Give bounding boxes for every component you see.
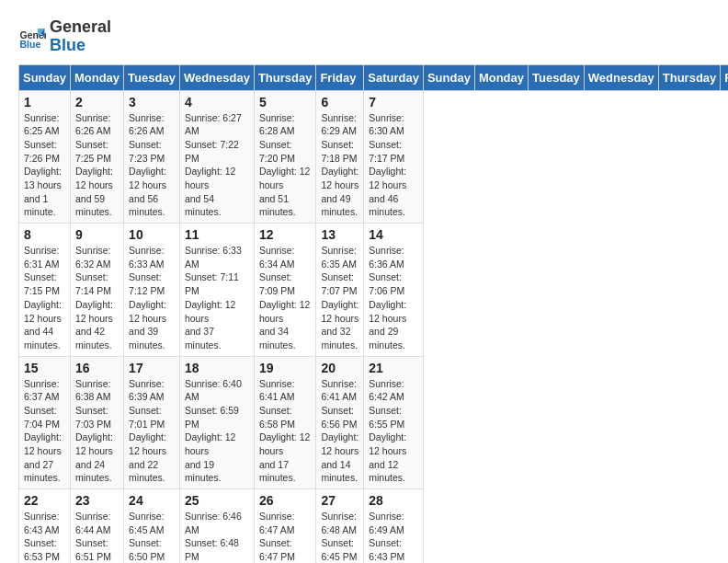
calendar-cell: 8Sunrise: 6:31 AM Sunset: 7:15 PM Daylig… <box>19 224 71 357</box>
col-header-thursday: Thursday <box>254 64 316 90</box>
calendar-week-1: 1Sunrise: 6:25 AM Sunset: 7:26 PM Daylig… <box>19 90 729 224</box>
col-header-monday: Monday <box>70 64 123 90</box>
calendar-cell: 21Sunrise: 6:42 AM Sunset: 6:55 PM Dayli… <box>364 356 424 489</box>
col-header-saturday: Saturday <box>364 64 424 90</box>
calendar-cell: 2Sunrise: 6:26 AM Sunset: 7:25 PM Daylig… <box>70 90 123 224</box>
day-info: Sunrise: 6:48 AM Sunset: 6:45 PM Dayligh… <box>321 510 358 563</box>
calendar-cell: 27Sunrise: 6:48 AM Sunset: 6:45 PM Dayli… <box>316 489 364 563</box>
day-number: 8 <box>24 227 65 242</box>
col-header-sunday: Sunday <box>19 64 71 90</box>
day-info: Sunrise: 6:49 AM Sunset: 6:43 PM Dayligh… <box>369 510 418 563</box>
day-number: 7 <box>369 95 418 109</box>
calendar-cell: 9Sunrise: 6:32 AM Sunset: 7:14 PM Daylig… <box>70 224 123 357</box>
day-info: Sunrise: 6:33 AM Sunset: 7:12 PM Dayligh… <box>129 244 175 352</box>
day-info: Sunrise: 6:41 AM Sunset: 6:56 PM Dayligh… <box>321 377 358 486</box>
col-header-friday: Friday <box>316 64 364 90</box>
day-number: 4 <box>185 95 249 109</box>
day-info: Sunrise: 6:38 AM Sunset: 7:03 PM Dayligh… <box>75 377 119 486</box>
day-number: 13 <box>321 227 358 242</box>
day-info: Sunrise: 6:36 AM Sunset: 7:06 PM Dayligh… <box>369 244 418 352</box>
day-number: 28 <box>369 493 418 508</box>
calendar-cell: 10Sunrise: 6:33 AM Sunset: 7:12 PM Dayli… <box>124 224 180 357</box>
logo: General Blue General Blue <box>18 18 111 55</box>
page-header: General Blue General Blue <box>18 18 710 55</box>
day-number: 5 <box>259 95 312 109</box>
day-number: 26 <box>259 493 312 508</box>
day-info: Sunrise: 6:45 AM Sunset: 6:50 PM Dayligh… <box>129 510 175 563</box>
calendar-cell: 22Sunrise: 6:43 AM Sunset: 6:53 PM Dayli… <box>19 489 71 563</box>
calendar-cell: 26Sunrise: 6:47 AM Sunset: 6:47 PM Dayli… <box>254 489 316 563</box>
calendar-cell: 6Sunrise: 6:29 AM Sunset: 7:18 PM Daylig… <box>316 90 364 224</box>
calendar-week-3: 15Sunrise: 6:37 AM Sunset: 7:04 PM Dayli… <box>19 356 729 489</box>
day-info: Sunrise: 6:42 AM Sunset: 6:55 PM Dayligh… <box>369 377 418 486</box>
day-info: Sunrise: 6:30 AM Sunset: 7:17 PM Dayligh… <box>369 111 418 220</box>
day-info: Sunrise: 6:28 AM Sunset: 7:20 PM Dayligh… <box>259 111 312 220</box>
col-header-wednesday: Wednesday <box>179 64 254 90</box>
col-header-thursday: Thursday <box>658 64 721 90</box>
day-info: Sunrise: 6:33 AM Sunset: 7:11 PM Dayligh… <box>185 244 249 352</box>
calendar-cell: 16Sunrise: 6:38 AM Sunset: 7:03 PM Dayli… <box>70 356 123 489</box>
day-info: Sunrise: 6:26 AM Sunset: 7:25 PM Dayligh… <box>75 111 119 220</box>
day-info: Sunrise: 6:34 AM Sunset: 7:09 PM Dayligh… <box>259 244 312 352</box>
col-header-monday: Monday <box>474 64 528 90</box>
day-info: Sunrise: 6:40 AM Sunset: 6:59 PM Dayligh… <box>185 377 249 486</box>
calendar-cell: 3Sunrise: 6:26 AM Sunset: 7:23 PM Daylig… <box>124 90 180 224</box>
calendar-cell: 24Sunrise: 6:45 AM Sunset: 6:50 PM Dayli… <box>124 489 180 563</box>
calendar-cell: 12Sunrise: 6:34 AM Sunset: 7:09 PM Dayli… <box>254 224 316 357</box>
svg-text:Blue: Blue <box>20 39 41 50</box>
day-number: 11 <box>185 227 249 242</box>
day-number: 12 <box>259 227 312 242</box>
col-header-sunday: Sunday <box>423 64 474 90</box>
day-info: Sunrise: 6:32 AM Sunset: 7:14 PM Dayligh… <box>75 244 119 352</box>
day-number: 21 <box>369 361 418 375</box>
day-number: 3 <box>129 95 175 109</box>
calendar-cell: 19Sunrise: 6:41 AM Sunset: 6:58 PM Dayli… <box>254 356 316 489</box>
calendar-cell: 1Sunrise: 6:25 AM Sunset: 7:26 PM Daylig… <box>19 90 71 224</box>
calendar-cell: 25Sunrise: 6:46 AM Sunset: 6:48 PM Dayli… <box>179 489 254 563</box>
calendar-cell: 20Sunrise: 6:41 AM Sunset: 6:56 PM Dayli… <box>316 356 364 489</box>
day-info: Sunrise: 6:44 AM Sunset: 6:51 PM Dayligh… <box>75 510 119 563</box>
day-number: 17 <box>129 361 175 375</box>
day-info: Sunrise: 6:47 AM Sunset: 6:47 PM Dayligh… <box>259 510 312 563</box>
day-number: 18 <box>185 361 249 375</box>
calendar-cell: 4Sunrise: 6:27 AM Sunset: 7:22 PM Daylig… <box>179 90 254 224</box>
col-header-tuesday: Tuesday <box>529 64 585 90</box>
calendar-week-2: 8Sunrise: 6:31 AM Sunset: 7:15 PM Daylig… <box>19 224 729 357</box>
calendar-table: SundayMondayTuesdayWednesdayThursdayFrid… <box>18 64 728 563</box>
day-info: Sunrise: 6:29 AM Sunset: 7:18 PM Dayligh… <box>321 111 358 220</box>
calendar-week-4: 22Sunrise: 6:43 AM Sunset: 6:53 PM Dayli… <box>19 489 729 563</box>
calendar-cell: 14Sunrise: 6:36 AM Sunset: 7:06 PM Dayli… <box>364 224 424 357</box>
day-number: 15 <box>24 361 65 375</box>
day-number: 9 <box>75 227 119 242</box>
day-number: 6 <box>321 95 358 109</box>
col-header-tuesday: Tuesday <box>124 64 180 90</box>
day-number: 14 <box>369 227 418 242</box>
calendar-cell: 28Sunrise: 6:49 AM Sunset: 6:43 PM Dayli… <box>364 489 424 563</box>
day-info: Sunrise: 6:35 AM Sunset: 7:07 PM Dayligh… <box>321 244 358 352</box>
day-info: Sunrise: 6:25 AM Sunset: 7:26 PM Dayligh… <box>24 111 65 220</box>
calendar-cell: 7Sunrise: 6:30 AM Sunset: 7:17 PM Daylig… <box>364 90 424 224</box>
day-number: 1 <box>24 95 65 109</box>
day-number: 24 <box>129 493 175 508</box>
day-number: 27 <box>321 493 358 508</box>
day-info: Sunrise: 6:26 AM Sunset: 7:23 PM Dayligh… <box>129 111 175 220</box>
calendar-cell: 23Sunrise: 6:44 AM Sunset: 6:51 PM Dayli… <box>70 489 123 563</box>
day-number: 2 <box>75 95 119 109</box>
calendar-cell: 17Sunrise: 6:39 AM Sunset: 7:01 PM Dayli… <box>124 356 180 489</box>
day-number: 10 <box>129 227 175 242</box>
day-number: 25 <box>185 493 249 508</box>
calendar-cell: 13Sunrise: 6:35 AM Sunset: 7:07 PM Dayli… <box>316 224 364 357</box>
calendar-cell: 18Sunrise: 6:40 AM Sunset: 6:59 PM Dayli… <box>179 356 254 489</box>
logo-icon: General Blue <box>18 23 46 51</box>
col-header-wednesday: Wednesday <box>584 64 658 90</box>
day-info: Sunrise: 6:31 AM Sunset: 7:15 PM Dayligh… <box>24 244 65 352</box>
day-number: 20 <box>321 361 358 375</box>
col-header-friday: Friday <box>721 64 728 90</box>
day-info: Sunrise: 6:37 AM Sunset: 7:04 PM Dayligh… <box>24 377 65 486</box>
logo-text: General Blue <box>50 18 111 55</box>
calendar-cell: 15Sunrise: 6:37 AM Sunset: 7:04 PM Dayli… <box>19 356 71 489</box>
day-number: 19 <box>259 361 312 375</box>
day-info: Sunrise: 6:27 AM Sunset: 7:22 PM Dayligh… <box>185 111 249 220</box>
calendar-cell: 5Sunrise: 6:28 AM Sunset: 7:20 PM Daylig… <box>254 90 316 224</box>
calendar-header-row: SundayMondayTuesdayWednesdayThursdayFrid… <box>19 64 729 90</box>
